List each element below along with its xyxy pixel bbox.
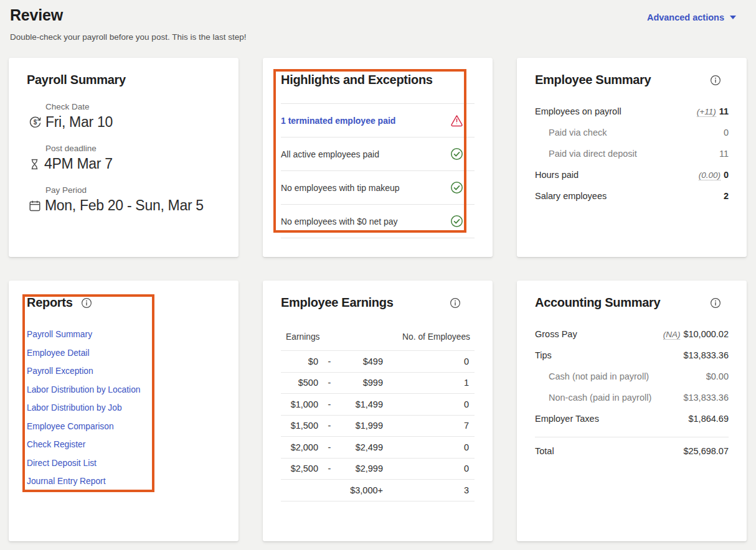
total-value: $25,698.07 [683, 446, 729, 456]
employee-count: 0 [464, 357, 475, 366]
reports-card: Reports Payroll Summary Employee Detail … [9, 281, 239, 541]
range-dash: - [318, 442, 341, 452]
check-date-item: Check Date $ Fri, Mar 10 [27, 102, 220, 131]
earnings-row: $1,000 - $1,499 0 [281, 394, 475, 416]
earnings-row: $0 - $499 0 [281, 351, 475, 373]
row-na-note: (NA) [663, 330, 681, 340]
report-link-direct-deposit-list[interactable]: Direct Deposit List [27, 454, 97, 473]
terminated-employee-link[interactable]: 1 terminated employee paid [281, 116, 395, 126]
row-value: $13,833.36 [683, 393, 729, 403]
highlight-row-active-paid: All active employees paid [281, 138, 475, 171]
range-low: $1,000 [281, 399, 318, 409]
report-link-employee-comparison[interactable]: Employee Comparison [27, 417, 114, 436]
post-deadline-label: Post deadline [45, 144, 220, 153]
range-high: $2,499 [341, 442, 383, 452]
highlights-exceptions-card: Highlights and Exceptions 1 terminated e… [263, 58, 493, 257]
report-link-journal-entry-report[interactable]: Journal Entry Report [27, 472, 106, 491]
payroll-summary-card: Payroll Summary Check Date $ Fri, Mar 10… [9, 58, 239, 257]
review-page: Review Double-check your payroll before … [0, 0, 756, 550]
row-label: Tips [535, 350, 552, 360]
cash-tips-row: Cash (not paid in payroll) $0.00 [535, 366, 729, 387]
advanced-actions-button[interactable]: Advanced actions [647, 12, 736, 22]
info-icon [710, 75, 721, 86]
total-row: Total $25,698.07 [535, 437, 729, 465]
noncash-tips-row: Non-cash (paid in payroll) $13,833.36 [535, 387, 729, 408]
report-link-labor-distribution-job[interactable]: Labor Distribution by Job [27, 399, 122, 417]
earnings-row: $2,500 - $2,999 0 [281, 459, 475, 480]
range-high: $3,000+ [341, 485, 383, 495]
employee-count: 3 [464, 485, 475, 495]
employee-summary-title: Employee Summary [535, 73, 651, 87]
range-high: $1,499 [341, 399, 383, 409]
highlight-label: No employees with tip makeup [281, 183, 400, 193]
earnings-table-header: Earnings No. of Employees [281, 332, 475, 350]
earnings-row: $500 - $999 1 [281, 373, 475, 394]
post-deadline-item: Post deadline 4PM Mar 7 [27, 144, 220, 172]
post-deadline-value: 4PM Mar 7 [44, 156, 113, 172]
report-link-payroll-exception[interactable]: Payroll Exception [27, 362, 93, 381]
earnings-row: $1,500 - $1,999 7 [281, 416, 475, 437]
reports-title: Reports [27, 296, 72, 310]
earnings-column-header: Earnings [286, 332, 319, 342]
info-icon [81, 297, 92, 309]
earnings-table: $0 - $499 0 $500 - $999 1 $1,000 - $1,49… [281, 350, 475, 501]
report-link-employee-detail[interactable]: Employee Detail [27, 344, 89, 363]
row-delta-note: (0.00) [699, 170, 721, 180]
reports-info-button[interactable] [81, 297, 92, 309]
row-value: $0.00 [706, 371, 729, 381]
range-dash: - [318, 399, 341, 409]
row-delta-note: (+11) [697, 107, 716, 117]
payroll-summary-title: Payroll Summary [27, 73, 220, 87]
tips-row: Tips $13,833.36 [535, 345, 729, 366]
page-subtitle: Double-check your payroll before you pos… [10, 32, 246, 42]
chevron-down-icon [730, 16, 736, 19]
highlight-row-tip-makeup: No employees with tip makeup [281, 171, 475, 205]
employee-count: 1 [464, 378, 475, 388]
report-link-labor-distribution-location[interactable]: Labor Distribution by Location [27, 381, 141, 399]
highlight-label: All active employees paid [281, 149, 379, 159]
row-label: Gross Pay [535, 329, 577, 339]
range-dash: - [318, 464, 341, 473]
hourglass-icon [28, 157, 41, 171]
range-low: $2,500 [281, 464, 318, 473]
total-label: Total [535, 446, 554, 456]
money-cycle-icon: $ [28, 115, 42, 129]
employee-earnings-card: Employee Earnings Earnings No. of Employ… [263, 281, 493, 541]
row-label: Non-cash (paid in payroll) [549, 393, 651, 403]
page-title: Review [10, 6, 63, 24]
accounting-summary-info-button[interactable] [710, 297, 721, 309]
check-date-label: Check Date [45, 102, 220, 111]
check-circle-icon [450, 215, 463, 228]
report-link-payroll-summary[interactable]: Payroll Summary [27, 325, 92, 344]
range-high: $999 [341, 378, 383, 388]
range-high: $2,999 [341, 464, 383, 473]
row-label: Employer Taxes [535, 414, 599, 424]
pay-period-value: Mon, Feb 20 - Sun, Mar 5 [45, 197, 204, 214]
row-value: 2 [724, 191, 729, 201]
employee-summary-info-button[interactable] [710, 75, 721, 86]
accounting-summary-card: Accounting Summary Gross Pay (NA) $10,00… [517, 281, 747, 541]
employee-earnings-title: Employee Earnings [281, 296, 394, 310]
employee-earnings-info-button[interactable] [450, 297, 461, 309]
row-value: $10,000.02 [683, 329, 729, 339]
employee-count-column-header: No. of Employees [402, 332, 470, 342]
row-label: Employees on payroll [535, 106, 621, 116]
accounting-summary-list: Gross Pay (NA) $10,000.02 Tips $13,833.3… [535, 324, 729, 465]
salary-employees-row: Salary employees 2 [535, 185, 729, 207]
range-low: $0 [281, 357, 318, 366]
row-label: Paid via direct deposit [549, 149, 637, 159]
employees-on-payroll-row: Employees on payroll (+11) 11 [535, 101, 729, 122]
report-link-check-register[interactable]: Check Register [27, 436, 85, 454]
gross-pay-row: Gross Pay (NA) $10,000.02 [535, 324, 729, 345]
employee-summary-list: Employees on payroll (+11) 11 Paid via c… [535, 101, 729, 207]
earnings-row: $3,000+ 3 [281, 480, 475, 501]
row-value: 0 [724, 128, 729, 138]
row-value: 11 [719, 149, 729, 159]
earnings-row: $2,000 - $2,499 0 [281, 437, 475, 459]
highlights-exceptions-title: Highlights and Exceptions [281, 73, 475, 87]
info-icon [450, 297, 461, 309]
highlight-row-terminated: 1 terminated employee paid [281, 104, 475, 138]
row-label: Salary employees [535, 191, 607, 201]
employee-summary-card: Employee Summary Employees on payroll (+… [517, 58, 747, 257]
advanced-actions-label: Advanced actions [647, 12, 724, 22]
